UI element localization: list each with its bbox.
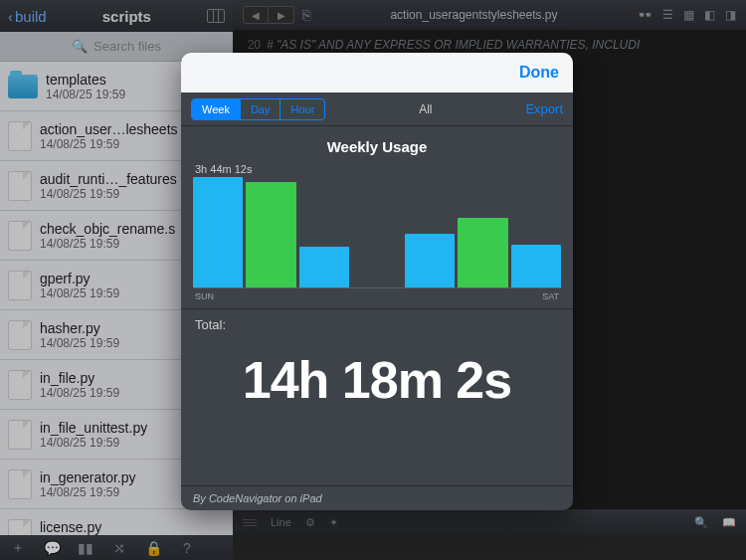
modal-tabbar: Week Day Hour All Export (181, 93, 573, 126)
chart-bar (511, 245, 561, 287)
axis-start: SUN (195, 291, 214, 301)
total-value: 14h 18m 2s (181, 332, 573, 428)
chart-bar (193, 177, 243, 287)
seg-week[interactable]: Week (192, 99, 241, 119)
total-label: Total: (195, 317, 226, 332)
export-button[interactable]: Export (525, 101, 563, 116)
chart-title: Weekly Usage (181, 126, 573, 163)
modal-header: Done (181, 53, 573, 93)
seg-hour[interactable]: Hour (280, 99, 324, 119)
chart-bar (246, 182, 295, 287)
time-segment: Week Day Hour (191, 98, 325, 120)
peak-label: 3h 44m 12s (195, 163, 252, 175)
usage-modal: Done Week Day Hour All Export Weekly Usa… (181, 53, 573, 510)
chart-bar (458, 218, 507, 287)
chart-bar (299, 247, 349, 287)
usage-chart: 3h 44m 12s SUN SAT (181, 163, 573, 302)
done-button[interactable]: Done (519, 64, 559, 82)
chart-bar (405, 234, 455, 287)
seg-day[interactable]: Day (241, 99, 281, 119)
modal-footer: By CodeNavigator on iPad (181, 485, 573, 510)
axis-end: SAT (542, 291, 559, 301)
filter-all[interactable]: All (325, 102, 525, 116)
